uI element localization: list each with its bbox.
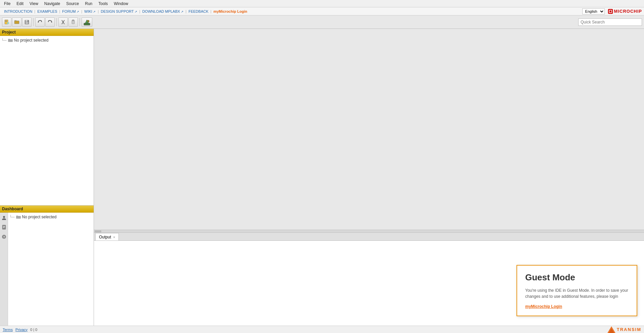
dashboard-folder-icon: [16, 215, 21, 219]
dashboard-people-icon: [1, 215, 7, 221]
open-project-icon: [14, 19, 19, 25]
guest-mode-login-rest: Microchip Login: [531, 304, 562, 309]
brand-logo: MICROCHIP: [607, 8, 642, 14]
language-select[interactable]: English: [582, 8, 605, 14]
bottom-bar: Terms Privacy 0 | 0 TRANSIM: [0, 326, 644, 333]
left-panel: Project └─ No project selected Dashboard: [0, 29, 94, 333]
svg-text:?: ?: [3, 235, 5, 239]
project-panel-header: Project: [0, 29, 94, 36]
new-project-btn[interactable]: [2, 17, 11, 27]
output-panel: Output × Guest Mode You're using the IDE…: [94, 232, 644, 333]
nav-design-support[interactable]: DESIGN SUPPORT: [99, 9, 139, 13]
svg-point-25: [3, 216, 5, 218]
redo-btn[interactable]: [45, 17, 55, 27]
project-panel: Project └─ No project selected: [0, 29, 94, 206]
undo-btn[interactable]: [35, 17, 45, 27]
svg-rect-4: [5, 20, 7, 21]
dashboard-question-icon: ?: [1, 234, 7, 239]
main-layout: Project └─ No project selected Dashboard: [0, 29, 644, 333]
microchip-logo-icon: [607, 8, 613, 14]
guest-mode-popup: Guest Mode You're using the IDE in Guest…: [516, 265, 637, 316]
menu-edit[interactable]: Edit: [14, 1, 26, 7]
menu-bar: File Edit View Navigate Source Run Tools…: [0, 0, 644, 7]
paste-icon: [70, 19, 76, 25]
guest-mode-description: You're using the IDE in Guest Mode. In o…: [525, 287, 629, 299]
dashboard-side: ? └─ No project selected: [0, 213, 94, 333]
svg-rect-23: [8, 39, 13, 42]
nav-forum[interactable]: FORUM: [60, 9, 81, 13]
dashboard-icons-bar: ?: [0, 213, 8, 333]
guest-mode-my-prefix: my: [525, 304, 531, 309]
menu-tools[interactable]: Tools: [96, 1, 110, 7]
folder-icon: [8, 38, 13, 43]
quick-search-wrapper: [578, 18, 642, 26]
svg-rect-14: [26, 22, 28, 23]
svg-rect-12: [26, 20, 28, 22]
dashboard-icon-1[interactable]: [1, 215, 7, 221]
my-microchip-login-text: Microchip Login: [219, 9, 247, 13]
redo-icon: [47, 19, 53, 25]
menu-file[interactable]: File: [1, 1, 13, 7]
h-scroll-thumb: [95, 230, 101, 232]
guest-mode-login-link[interactable]: myMicrochip Login: [525, 304, 562, 309]
horizontal-scrollbar[interactable]: [94, 230, 644, 232]
dashboard-icon-2[interactable]: [1, 224, 7, 231]
save-btn[interactable]: [22, 17, 32, 27]
paste-btn[interactable]: [68, 17, 78, 27]
cut-icon: [60, 19, 66, 25]
language-selector-wrapper: English: [582, 8, 605, 14]
build-btn[interactable]: [82, 17, 92, 27]
menu-run[interactable]: Run: [82, 1, 95, 7]
output-tab-close[interactable]: ×: [113, 235, 115, 239]
dashboard-panel-header: Dashboard: [0, 206, 94, 213]
new-project-icon: [4, 19, 9, 25]
my-microchip-login[interactable]: myMicrochip Login: [211, 9, 249, 13]
editor-area[interactable]: [94, 29, 644, 230]
menu-view[interactable]: View: [27, 1, 41, 7]
output-content: Guest Mode You're using the IDE in Guest…: [94, 241, 644, 333]
output-tabs: Output ×: [94, 233, 644, 241]
nav-examples[interactable]: EXAMPLES: [35, 9, 59, 13]
open-project-btn[interactable]: [12, 17, 21, 27]
svg-rect-2: [609, 10, 611, 12]
nav-feedback[interactable]: FEEDBACK: [187, 9, 210, 13]
menu-navigate[interactable]: Navigate: [42, 1, 63, 7]
terms-link[interactable]: Terms: [3, 328, 13, 332]
svg-rect-32: [16, 216, 21, 219]
nav-links: INTRODUCTION | EXAMPLES | FORUM | WIKI |…: [2, 9, 249, 13]
undo-icon: [37, 19, 43, 25]
nav-introduction[interactable]: INTRODUCTION: [2, 9, 34, 13]
menu-items: File Edit View Navigate Source Run Tools…: [1, 1, 131, 7]
nav-right: English MICROCHIP: [582, 8, 642, 14]
output-tab[interactable]: Output ×: [95, 233, 119, 240]
toolbar-separator-2: [56, 18, 57, 26]
my-prefix: my: [213, 9, 219, 13]
nav-download-mplabx[interactable]: DOWNLOAD MPLABX: [140, 9, 186, 13]
output-tab-label: Output: [99, 235, 111, 239]
toolbar-separator-3: [80, 18, 80, 26]
svg-rect-20: [72, 20, 74, 21]
project-panel-content: └─ No project selected: [0, 36, 94, 205]
dashboard-icon-3[interactable]: ?: [1, 233, 7, 240]
center-area: Output × Guest Mode You're using the IDE…: [94, 29, 644, 333]
guest-mode-login-action: myMicrochip Login: [525, 304, 629, 309]
toolbar-separator-1: [33, 18, 34, 26]
privacy-link[interactable]: Privacy: [15, 328, 28, 332]
menu-source[interactable]: Source: [63, 1, 82, 7]
dashboard-panel: Dashboard: [0, 206, 94, 333]
menu-window[interactable]: Window: [111, 1, 131, 7]
transim-logo-icon: [607, 326, 615, 333]
dashboard-panel-content: └─ No project selected: [8, 213, 94, 333]
nav-bar: INTRODUCTION | EXAMPLES | FORUM | WIKI |…: [0, 7, 644, 15]
dashboard-file-icon: [1, 225, 7, 230]
quick-search-input[interactable]: [578, 18, 642, 26]
project-no-project-label: No project selected: [14, 38, 49, 43]
dashboard-tree-item: └─ No project selected: [9, 214, 92, 220]
dashboard-no-project-label: No project selected: [22, 215, 57, 219]
build-icon: [83, 18, 91, 26]
svg-rect-8: [8, 23, 9, 23]
svg-rect-21: [84, 23, 90, 25]
nav-wiki[interactable]: WIKI: [82, 9, 98, 13]
cut-btn[interactable]: [58, 17, 68, 27]
svg-rect-33: [16, 216, 18, 216]
